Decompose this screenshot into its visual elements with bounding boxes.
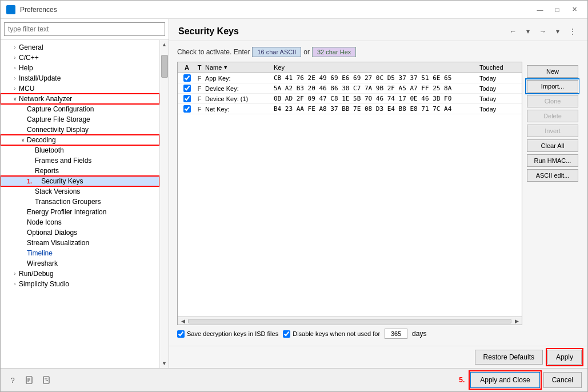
scroll-thumb[interactable] xyxy=(161,55,168,78)
export-icon[interactable] xyxy=(23,374,36,386)
import-icon[interactable] xyxy=(41,374,53,386)
app-icon xyxy=(6,5,15,14)
scroll-left-button[interactable]: ◀ xyxy=(179,318,187,325)
invert-button[interactable]: Invert xyxy=(527,125,578,137)
scroll-up-button[interactable]: ▲ xyxy=(160,40,169,49)
or-text: or xyxy=(303,48,310,56)
key-value-1: CB 41 76 2E 49 69 E6 69 27 0C D5 37 37 5… xyxy=(274,74,479,82)
search-input[interactable] xyxy=(4,22,165,36)
back-dropdown-button[interactable]: ▾ xyxy=(522,26,534,37)
sidebar-item-label: Security Keys xyxy=(41,177,157,185)
main-right: A T Name▼ Key Touched F xyxy=(177,62,579,340)
apply-button[interactable]: Apply xyxy=(547,350,582,365)
sidebar-item-bluetooth[interactable]: Bluetooth xyxy=(1,145,159,155)
row-checkbox-4[interactable] xyxy=(180,105,194,113)
col-a-header: A xyxy=(180,64,194,71)
sidebar-item-reports[interactable]: Reports xyxy=(1,166,159,176)
sidebar-item-decoding[interactable]: ∨ Decoding xyxy=(1,135,159,145)
sidebar-item-capture-config[interactable]: Capture Configuration xyxy=(1,104,159,114)
arrow-placeholder xyxy=(19,105,27,113)
key-name-2: Device Key: xyxy=(205,85,274,92)
cancel-button[interactable]: Cancel xyxy=(543,372,582,388)
disable-keys-checkbox[interactable] xyxy=(283,330,290,338)
sidebar-item-capture-file-storage[interactable]: Capture File Storage xyxy=(1,114,159,125)
run-hmac-button[interactable]: Run HMAC... xyxy=(527,154,578,167)
disable-keys-option[interactable]: Disable keys when not used for xyxy=(283,330,380,338)
sidebar-item-label: Decoding xyxy=(27,136,157,144)
sort-icon: ▼ xyxy=(223,65,228,70)
key-value-2: 5A A2 B3 20 46 86 30 C7 7A 9B 2F A5 A7 F… xyxy=(274,85,479,92)
ascii-edit-button[interactable]: ASCII edit... xyxy=(527,169,578,182)
key-type-2: F xyxy=(194,85,205,92)
arrow-placeholder xyxy=(19,229,27,237)
clone-button[interactable]: Clone xyxy=(527,95,578,107)
sidebar-item-wireshark[interactable]: Wireshark xyxy=(1,258,159,269)
description-text: Check to activate. Enter xyxy=(177,48,250,56)
sidebar-item-run-debug[interactable]: › Run/Debug xyxy=(1,269,159,279)
row-checkbox-3[interactable] xyxy=(180,95,194,102)
help-icon[interactable]: ? xyxy=(6,374,19,386)
window-title: Preferences xyxy=(20,6,533,14)
sidebar-item-transaction-groupers[interactable]: Transaction Groupers xyxy=(1,197,159,207)
col-touched-header: Touched xyxy=(479,64,519,71)
sidebar-item-security-keys[interactable]: 1. Security Keys xyxy=(1,176,159,186)
forward-dropdown-button[interactable]: ▾ xyxy=(552,26,563,37)
row-checkbox-2[interactable] xyxy=(180,85,194,92)
sidebar-item-label: C/C++ xyxy=(19,54,157,62)
close-button[interactable]: ✕ xyxy=(567,4,582,15)
import-button[interactable]: Import... xyxy=(527,80,578,93)
key-value-4: B4 23 AA FE A8 37 BB 7E 08 D3 E4 B8 E8 7… xyxy=(274,105,479,113)
scroll-down-button[interactable]: ▼ xyxy=(160,359,169,368)
sidebar-item-energy-profiler[interactable]: Energy Profiler Integration xyxy=(1,207,159,217)
bottom-buttons: 5. Apply and Close Cancel xyxy=(459,372,582,388)
save-keys-label: Save decryption keys in ISD files xyxy=(187,330,278,337)
sidebar-item-label: Timeline xyxy=(27,249,157,257)
main-right-body: A T Name▼ Key Touched F xyxy=(177,62,522,340)
sidebar-item-label: Install/Update xyxy=(19,74,157,82)
minimize-button[interactable]: ― xyxy=(533,4,547,15)
title-bar-controls: ― □ ✕ xyxy=(533,4,582,15)
delete-button[interactable]: Delete xyxy=(527,110,578,122)
forward-button[interactable]: → xyxy=(537,26,549,37)
main-panel: Security Keys ← ▾ → ▾ ⋮ Check to activat… xyxy=(169,19,587,368)
sidebar-item-optional-dialogs[interactable]: Optional Dialogs xyxy=(1,227,159,238)
clear-all-button[interactable]: Clear All xyxy=(527,139,578,152)
sidebar-item-label: Capture Configuration xyxy=(27,105,157,113)
sidebar-item-stack-versions[interactable]: Stack Versions xyxy=(1,186,159,197)
new-button[interactable]: New xyxy=(527,65,578,78)
apply-close-button[interactable]: Apply and Close xyxy=(470,372,539,388)
sidebar-item-connectivity-display[interactable]: Connectivity Display xyxy=(1,125,159,135)
table-row: F Device Key: 5A A2 B3 20 46 86 30 C7 7A… xyxy=(178,83,522,94)
sidebar-item-label: Reports xyxy=(35,167,157,175)
sidebar-item-label: Optional Dialogs xyxy=(27,229,157,237)
col-t-header: T xyxy=(194,64,205,71)
days-input[interactable] xyxy=(385,329,407,339)
main-header: Security Keys ← ▾ → ▾ ⋮ xyxy=(169,19,587,41)
row-checkbox-1[interactable] xyxy=(180,74,194,82)
save-keys-option[interactable]: Save decryption keys in ISD files xyxy=(177,330,278,338)
sidebar-item-mcu[interactable]: › MCU xyxy=(1,83,159,94)
main-footer: Restore Defaults Apply xyxy=(169,346,587,368)
nav-buttons: ← ▾ → ▾ ⋮ xyxy=(507,26,578,37)
sidebar-item-help[interactable]: › Help xyxy=(1,63,159,73)
arrow-placeholder xyxy=(27,146,35,154)
save-keys-checkbox[interactable] xyxy=(177,330,185,338)
expand-arrow-icon: ∨ xyxy=(11,95,19,103)
svg-rect-4 xyxy=(43,377,49,383)
sidebar-item-frames-fields[interactable]: Frames and Fields xyxy=(1,155,159,166)
sidebar-item-general[interactable]: › General xyxy=(1,42,159,53)
sidebar-item-node-icons[interactable]: Node Icons xyxy=(1,217,159,227)
scroll-right-button[interactable]: ▶ xyxy=(513,318,521,325)
sidebar-item-stream-visualization[interactable]: Stream Visualization xyxy=(1,238,159,248)
maximize-button[interactable]: □ xyxy=(550,4,565,15)
hscroll-track[interactable] xyxy=(188,319,511,323)
sidebar-item-simplicity-studio[interactable]: › Simplicity Studio xyxy=(1,279,159,289)
back-button[interactable]: ← xyxy=(507,26,519,37)
sidebar-item-install-update[interactable]: › Install/Update xyxy=(1,73,159,83)
sidebar-item-timeline[interactable]: Timeline xyxy=(1,248,159,258)
sidebar-item-network-analyzer[interactable]: ∨ Network Analyzer xyxy=(1,94,159,104)
check-description: Check to activate. Enter 16 char ASCII o… xyxy=(177,47,579,57)
menu-button[interactable]: ⋮ xyxy=(567,26,578,37)
restore-defaults-button[interactable]: Restore Defaults xyxy=(475,350,543,365)
sidebar-item-cpp[interactable]: › C/C++ xyxy=(1,53,159,63)
